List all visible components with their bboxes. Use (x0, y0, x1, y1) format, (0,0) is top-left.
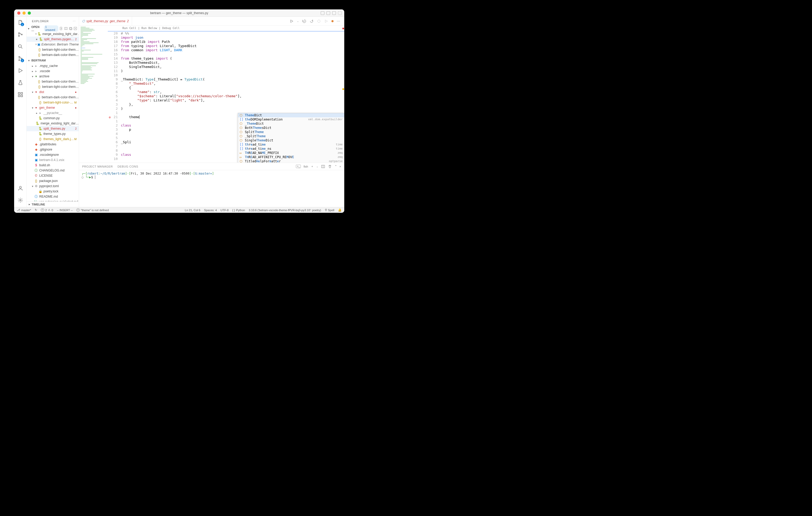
suggest-item[interactable]: []thread_timetime (238, 143, 344, 147)
suggest-item[interactable]: ⬡_ThemeDict (238, 122, 344, 126)
toggle-layout-icon[interactable] (64, 27, 68, 30)
terminal-dropdown-icon[interactable]: ⌄ (316, 165, 318, 168)
status-sync[interactable]: ↻ (35, 208, 37, 212)
tree-item[interactable]: 🐍theme_types.py (27, 131, 79, 136)
status-diagnostic[interactable]: ×"theme" is not defined (77, 208, 109, 212)
layout-sidebar-left-icon[interactable] (321, 11, 324, 15)
status-indent[interactable]: Spaces: 4 (204, 209, 217, 212)
suggest-item[interactable]: ▭THREAD_NAME_PREFIXzmq (238, 151, 344, 155)
suggest-item[interactable]: ⬡TitledHelpFormatteroptparse (238, 159, 344, 162)
open-editor-item[interactable]: ×▣Extension: Bertram Theme (27, 42, 79, 47)
svg-rect-7 (18, 93, 20, 94)
layout-panel-icon[interactable] (326, 11, 330, 15)
step-icon[interactable] (317, 19, 321, 23)
tree-item[interactable]: {}themes_light_dark.j…M (27, 136, 79, 142)
status-notifications-icon[interactable]: 🔔 (338, 208, 342, 212)
restart-icon[interactable] (310, 19, 314, 23)
open-editor-item[interactable]: ×🐍merge_existing_light_dar… (27, 31, 79, 37)
run-dropdown-icon[interactable]: ⌄ (297, 20, 299, 23)
vcs-graph-icon[interactable] (17, 31, 24, 38)
tree-item[interactable]: ▸▸.mypy_cache (27, 63, 79, 68)
tree-item[interactable]: ▾▾gen_theme● (27, 105, 79, 110)
tree-item[interactable]: ▾⚙pyproject.toml (27, 183, 79, 189)
tree-item[interactable]: 🔒poetry.lock (27, 189, 79, 194)
suggest-item[interactable]: []theDOMImplementationxml.dom.expatbuild… (238, 117, 344, 122)
terminal-profile-label[interactable]: fish (303, 165, 308, 168)
tree-item[interactable]: {}bertram-light-color-them… (27, 84, 79, 89)
tree-item[interactable]: ◆.gitattributes (27, 142, 79, 147)
tree-item[interactable]: ▸▸__pycache__ (27, 110, 79, 116)
continue-icon[interactable] (324, 19, 328, 23)
explorer-more-icon[interactable]: ⋯ (73, 20, 76, 23)
status-language[interactable]: { }Python (232, 209, 245, 212)
tree-item[interactable]: ⓘREADME.md (27, 194, 79, 199)
tree-item[interactable]: ▾▾archive (27, 74, 79, 79)
panel-tab-debug-console[interactable]: DEBUG CONS (117, 165, 138, 168)
suggest-item[interactable]: ⬡ThemeDict (238, 113, 344, 117)
history-icon[interactable] (302, 19, 306, 23)
tree-item[interactable]: M↓vsc-extension-quickstart.md (27, 199, 79, 201)
tree-item[interactable]: ◆.gitignore (27, 147, 79, 152)
tree-item[interactable]: 🐍common.py (27, 116, 79, 121)
search-icon[interactable] (17, 43, 24, 50)
suggest-item[interactable]: ⬡SingleThemeDict (238, 138, 344, 143)
code-editor[interactable]: Run Cell | Run Below | Debug Cell 20# %%… (108, 26, 344, 162)
suggest-item[interactable]: ▭THREAD_AFFINITY_CPU_REMOVEzmq (238, 155, 344, 159)
run-icon[interactable] (290, 19, 294, 23)
tree-item[interactable]: {}bertram-dark-color-them… (27, 95, 79, 100)
accounts-icon[interactable] (17, 185, 24, 191)
close-all-icon[interactable] (74, 27, 77, 30)
split-terminal-icon[interactable] (321, 164, 325, 169)
tree-item[interactable]: {}package.json (27, 178, 79, 183)
tree-item[interactable]: ▾▾dist● (27, 89, 79, 95)
kill-terminal-icon[interactable] (328, 164, 332, 169)
panel-tab-project-manager[interactable]: PROJECT MANAGER (82, 165, 113, 168)
settings-gear-icon[interactable] (17, 197, 24, 203)
layout-customize-icon[interactable] (338, 11, 342, 15)
tree-item[interactable]: ▸▸.vscode (27, 68, 79, 74)
status-problems[interactable]: ×2 ⚠0 (41, 208, 53, 212)
tree-item[interactable]: $build.sh (27, 162, 79, 168)
save-all-icon[interactable] (69, 27, 72, 30)
open-editors-header[interactable]: ▾ OPEN … 1 unsaved (27, 26, 79, 31)
terminal[interactable]: ┌─[robert:~/O/R/bertram]-[Fri, 30 Dec 20… (79, 170, 344, 207)
tree-item[interactable]: 🐍merge_existing_light_dar… (27, 121, 79, 126)
new-file-icon[interactable] (59, 27, 63, 30)
maximize-panel-icon[interactable]: ⌃ (335, 165, 337, 168)
close-panel-icon[interactable]: × (340, 165, 341, 168)
tree-item[interactable]: {}bertram-light-color-…M (27, 100, 79, 105)
status-branch[interactable]: ⎇master* (17, 208, 31, 212)
status-interpreter[interactable]: 3.10.6 ('betram-vscode-theme-fPVR-bq3-py… (249, 209, 321, 212)
status-cursor[interactable]: Ln 21, Col 6 (185, 209, 200, 212)
extensions-icon[interactable] (17, 91, 24, 98)
minimap[interactable] (79, 26, 108, 162)
suggest-item[interactable]: ⬡BothThemesDict (238, 126, 344, 130)
project-header[interactable]: ▾ BERTRAM (27, 58, 79, 63)
new-terminal-icon[interactable]: ＋ (311, 164, 314, 168)
open-editor-item[interactable]: {}bertram-dark-color-them… (27, 52, 79, 58)
terminal-profile-icon[interactable]: >_ (296, 165, 301, 168)
cell-lens[interactable]: Run Cell | Run Below | Debug Cell (108, 26, 344, 31)
suggest-widget[interactable]: ⬡ThemeDict[]theDOMImplementationxml.dom.… (238, 113, 344, 162)
editor-tab[interactable]: ⬡ split_themes.py gen_theme 2 (79, 17, 132, 25)
source-control-icon[interactable]: 2 (17, 55, 24, 62)
status-spell[interactable]: ⚲Spell (325, 208, 334, 212)
tree-item[interactable]: 🐍split_themes.py2 (27, 126, 79, 131)
layout-sidebar-right-icon[interactable] (332, 11, 336, 15)
status-encoding[interactable]: UTF-8 (221, 209, 229, 212)
explorer-icon[interactable]: 1 (17, 19, 24, 26)
tree-item[interactable]: {}bertram-dark-color-them… (27, 79, 79, 84)
tree-item[interactable]: ▣.vscodeignore (27, 152, 79, 157)
testing-icon[interactable] (17, 80, 24, 86)
tree-item[interactable]: ©LICENSE (27, 173, 79, 178)
timeline-header[interactable]: ▸ TIMELINE (27, 201, 79, 207)
run-debug-icon[interactable] (17, 67, 24, 74)
tree-item[interactable]: ▣bertram-0.4.1.vsix (27, 157, 79, 162)
tree-item[interactable]: ⓘCHANGELOG.md (27, 168, 79, 173)
suggest-item[interactable]: []thread_time_nstime (238, 147, 344, 151)
tab-more-icon[interactable]: ⋯ (337, 19, 340, 23)
suggest-item[interactable]: ⬡_SplitTheme (238, 134, 344, 138)
open-editor-item[interactable]: ●🐍split_themes.py gen…2 (27, 37, 79, 42)
suggest-item[interactable]: ⬡SplitTheme (238, 130, 344, 134)
open-editor-item[interactable]: {}bertram-light-color-them… (27, 47, 79, 52)
